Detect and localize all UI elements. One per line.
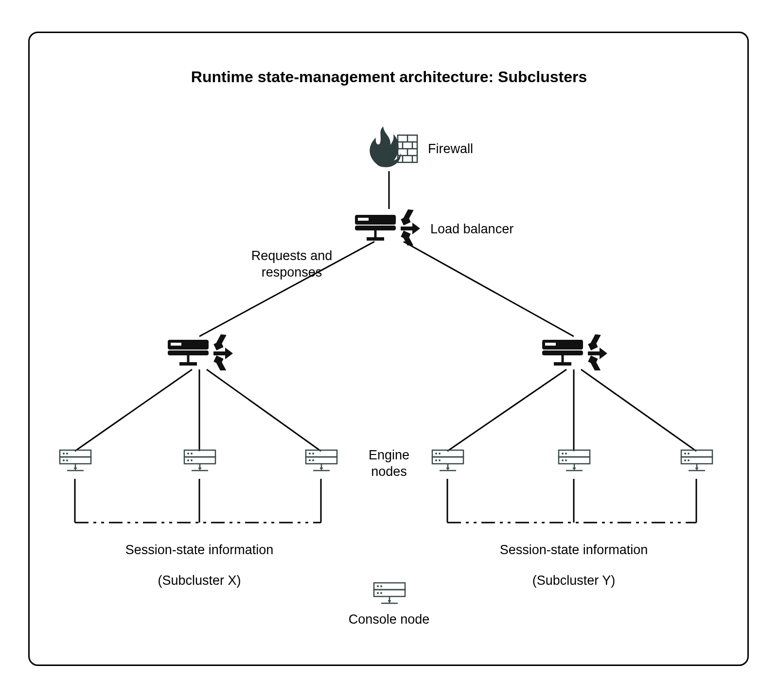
svg-point-100 bbox=[377, 592, 379, 594]
requests-label-line2: responses bbox=[262, 265, 322, 280]
load-balancer-icon bbox=[355, 209, 423, 245]
svg-point-44 bbox=[63, 453, 65, 455]
svg-point-55 bbox=[187, 459, 189, 461]
svg-point-65 bbox=[312, 459, 314, 461]
firewall-icon bbox=[360, 125, 418, 170]
svg-rect-41 bbox=[554, 362, 571, 366]
svg-point-91 bbox=[684, 459, 686, 461]
engine-node-icon bbox=[557, 448, 591, 479]
svg-point-73 bbox=[435, 459, 437, 461]
svg-rect-34 bbox=[171, 343, 181, 346]
svg-point-46 bbox=[63, 459, 65, 461]
engine-node-icon bbox=[431, 448, 465, 479]
requests-responses-label: Requests and responses bbox=[233, 248, 350, 281]
svg-point-63 bbox=[312, 453, 314, 455]
svg-rect-33 bbox=[168, 350, 209, 355]
console-node-icon bbox=[372, 581, 407, 612]
svg-point-72 bbox=[439, 453, 441, 455]
firewall-label: Firewall bbox=[428, 141, 473, 158]
svg-point-81 bbox=[565, 453, 567, 455]
engine-node-icon bbox=[58, 448, 92, 479]
session-state-y-label: Session-state information bbox=[477, 542, 671, 559]
sub-load-balancer-right-icon bbox=[542, 334, 610, 370]
svg-rect-39 bbox=[545, 343, 556, 346]
svg-point-92 bbox=[688, 459, 690, 461]
subcluster-y-label: (Subcluster Y) bbox=[477, 573, 671, 589]
svg-point-71 bbox=[435, 453, 437, 455]
engine-node-icon bbox=[183, 448, 217, 479]
load-balancer-label: Load balancer bbox=[430, 221, 513, 238]
svg-rect-28 bbox=[355, 226, 396, 230]
svg-point-54 bbox=[191, 453, 193, 455]
svg-point-82 bbox=[562, 459, 564, 461]
engine-nodes-label: Engine nodes bbox=[350, 447, 428, 480]
svg-rect-29 bbox=[358, 218, 369, 221]
svg-point-90 bbox=[688, 453, 690, 455]
svg-point-80 bbox=[562, 453, 564, 455]
svg-point-74 bbox=[439, 459, 441, 461]
svg-point-47 bbox=[66, 459, 68, 461]
engine-node-icon bbox=[680, 448, 714, 479]
svg-rect-38 bbox=[542, 350, 583, 355]
svg-point-62 bbox=[309, 453, 311, 455]
engine-node-icon bbox=[304, 448, 338, 479]
svg-point-64 bbox=[309, 459, 311, 461]
svg-point-98 bbox=[377, 585, 379, 587]
engine-nodes-label-line1: Engine bbox=[369, 448, 409, 462]
svg-point-45 bbox=[66, 453, 68, 455]
svg-point-53 bbox=[187, 453, 189, 455]
diagram-canvas: Runtime state-management architecture: S… bbox=[0, 0, 778, 700]
svg-rect-31 bbox=[367, 237, 384, 241]
sub-load-balancer-left-icon bbox=[168, 334, 236, 370]
subcluster-x-label: (Subcluster X) bbox=[102, 573, 297, 589]
svg-point-56 bbox=[191, 459, 193, 461]
requests-label-line1: Requests and bbox=[251, 248, 333, 263]
svg-point-89 bbox=[684, 453, 686, 455]
svg-point-83 bbox=[565, 459, 567, 461]
session-state-x-label: Session-state information bbox=[102, 542, 297, 559]
diagram-title: Runtime state-management architecture: S… bbox=[0, 68, 778, 86]
engine-nodes-label-line2: nodes bbox=[371, 464, 407, 479]
svg-point-99 bbox=[380, 585, 382, 587]
svg-rect-36 bbox=[179, 362, 197, 366]
svg-point-101 bbox=[380, 592, 382, 594]
console-node-label: Console node bbox=[336, 612, 442, 628]
